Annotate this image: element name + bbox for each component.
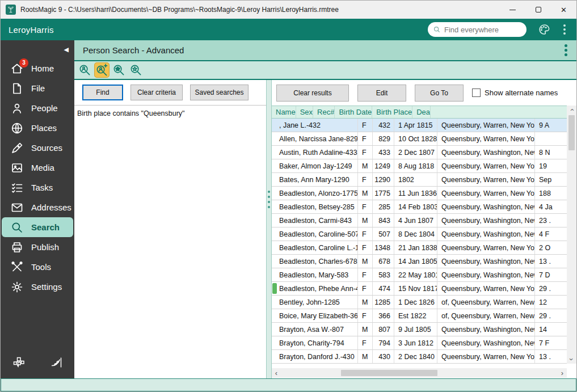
find-everywhere-input[interactable]: Find everywhere xyxy=(428,22,527,37)
sidebar-item-media[interactable]: Media xyxy=(2,158,73,178)
birth-place-cell: Queensbury, Washington, New York, xyxy=(437,323,535,336)
rec-cell: 1285 xyxy=(373,296,394,309)
result-row[interactable]: Brayton, Charity-794 F 794 3 Jun 1812 Qu… xyxy=(272,336,576,350)
close-button[interactable]: ✕ xyxy=(551,1,576,19)
publish-icon xyxy=(10,241,24,254)
birth-date-cell: 8 Aug 1818 xyxy=(394,159,437,172)
sidebar-item-label: Home xyxy=(31,64,54,73)
page-menu-kebab-icon[interactable] xyxy=(565,44,567,56)
column-header[interactable]: Sex xyxy=(296,106,313,118)
minimize-button[interactable] xyxy=(500,1,525,19)
rec-cell: 433 xyxy=(373,146,394,159)
rec-cell: 829 xyxy=(373,132,394,145)
sex-cell: F xyxy=(358,146,373,159)
saved-searches-button[interactable]: Saved searches xyxy=(190,85,249,100)
result-row[interactable]: , Jane L.-432 F 432 1 Apr 1815 Queensbur… xyxy=(272,119,576,132)
theme-palette-icon[interactable] xyxy=(537,22,551,37)
sidebar-item-places[interactable]: Places xyxy=(2,118,73,138)
everywhere-search-icon xyxy=(112,64,125,77)
sidebar: ◀ 3 Home File People Places xyxy=(1,40,74,378)
birth-date-cell: Est 1822 xyxy=(394,309,437,322)
birth-place-cell: Queensbury, Washington, New York, xyxy=(437,146,535,159)
clear-criteria-button[interactable]: Clear criteria xyxy=(130,85,183,100)
rec-cell: 1775 xyxy=(373,187,394,200)
page-header: Person Search - Advanced xyxy=(74,40,576,61)
name-cell: Beadleston, Caroline L.-1 xyxy=(279,244,358,252)
result-row[interactable]: Brayton, Danford J.-430 M 430 2 Dec 1840… xyxy=(272,350,576,364)
scroll-right-icon[interactable]: › xyxy=(558,369,567,377)
name-cell: , Jane L.-432 xyxy=(279,121,321,129)
sidebar-item-addresses[interactable]: Addresses xyxy=(2,197,73,217)
rec-cell: 285 xyxy=(373,200,394,213)
tasks-icon xyxy=(10,181,24,195)
panel-splitter[interactable] xyxy=(266,80,272,378)
result-row[interactable]: Bates, Ann Mary-1290 F 1290 1802 Queensb… xyxy=(272,173,576,187)
results-grid-rows: , Jane L.-432 F 432 1 Apr 1815 Queensbur… xyxy=(272,119,576,364)
vertical-scroll-thumb[interactable] xyxy=(568,115,575,150)
tree-view-icon[interactable] xyxy=(12,356,26,372)
name-cell: Brayton, Charity-794 xyxy=(279,339,344,347)
birth-place-cell: Queensbury, Warren, New York, Unite xyxy=(437,119,535,132)
horizontal-scrollbar[interactable]: ‹ › xyxy=(272,368,567,378)
search-mode-button[interactable] xyxy=(94,62,109,78)
column-header[interactable]: Birth Place xyxy=(372,106,412,118)
column-header[interactable]: Dea xyxy=(412,106,431,118)
result-row[interactable]: Brayton, Asa W.-807 M 807 9 Jul 1805 Que… xyxy=(272,323,576,336)
result-row[interactable]: Beadleston, Caroline L.-1 F 1348 21 Jan … xyxy=(272,241,576,255)
result-row[interactable]: Allen, Narcissa Jane-829 F 829 10 Oct 18… xyxy=(272,132,576,146)
sex-cell: M xyxy=(358,187,373,200)
result-row[interactable]: Beadleston, Betsey-285 F 285 14 Feb 1803… xyxy=(272,200,576,214)
sidebar-item-people[interactable]: People xyxy=(2,98,73,118)
column-header[interactable]: Birth Date xyxy=(335,106,372,118)
addresses-icon xyxy=(10,201,24,214)
sidebar-item-label: Search xyxy=(31,222,60,232)
result-row[interactable]: Baker, Almon Jay-1249 M 1249 8 Aug 1818 … xyxy=(272,159,576,173)
birth-date-cell: 14 Jan 1805 xyxy=(394,255,437,268)
sidebar-collapse-button[interactable]: ◀ xyxy=(64,47,69,53)
column-header[interactable]: Rec# xyxy=(313,106,335,118)
edit-button[interactable]: Edit xyxy=(357,85,406,102)
birth-date-cell: 8 Dec 1804 xyxy=(394,227,437,241)
clear-results-button[interactable]: Clear results xyxy=(276,85,349,102)
sidebar-item-publish[interactable]: Publish xyxy=(2,237,73,257)
result-row[interactable]: Austin, Ruth Adaline-433 F 433 2 Dec 180… xyxy=(272,146,576,159)
vertical-scrollbar[interactable]: › › xyxy=(567,106,576,364)
result-row[interactable]: Beadleston, Mary-583 F 583 22 May 1801 Q… xyxy=(272,268,576,282)
file-icon xyxy=(10,82,24,95)
rec-cell: 366 xyxy=(373,309,394,322)
find-button[interactable]: Find xyxy=(82,85,123,100)
sidebar-item-home[interactable]: 3 Home xyxy=(2,58,73,78)
result-row[interactable]: Beadleston, Caroline-507 F 507 8 Dec 180… xyxy=(272,227,576,241)
show-alternate-names-checkbox[interactable] xyxy=(472,88,481,97)
result-row[interactable]: Beadleston, Charles-678 M 678 14 Jan 180… xyxy=(272,255,576,268)
column-header[interactable]: Name xyxy=(272,106,296,118)
maximize-button[interactable] xyxy=(525,1,551,19)
result-row[interactable]: Beadleston, Carmi-843 M 843 4 Jun 1807 Q… xyxy=(272,214,576,227)
sex-cell: M xyxy=(358,296,373,309)
result-row[interactable]: Boice, Mary Elizabeth-36 F 366 Est 1822 … xyxy=(272,309,576,323)
sidebar-item-tasks[interactable]: Tasks xyxy=(2,178,73,197)
treeshare-branch-icon[interactable] xyxy=(49,356,63,372)
appbar-menu-kebab-icon[interactable] xyxy=(561,24,568,35)
search-criteria-text[interactable]: Birth place contains "Queensbury" xyxy=(74,106,266,121)
sidebar-item-search[interactable]: Search xyxy=(2,217,73,237)
sidebar-item-tools[interactable]: Tools xyxy=(2,257,73,277)
app-bar: LeroyHarris Find everywhere xyxy=(1,19,576,40)
horizontal-scroll-thumb[interactable] xyxy=(341,370,437,376)
search-mode-button[interactable] xyxy=(128,62,144,78)
search-mode-button[interactable] xyxy=(77,62,92,78)
search-mode-button[interactable] xyxy=(111,62,127,78)
scroll-up-icon[interactable]: › xyxy=(570,106,572,114)
scroll-left-icon[interactable]: ‹ xyxy=(272,369,281,377)
sidebar-item-file[interactable]: File xyxy=(2,78,73,98)
scroll-down-icon[interactable]: › xyxy=(570,355,572,364)
goto-button[interactable]: Go To xyxy=(415,85,464,102)
sidebar-item-label: Media xyxy=(31,163,54,172)
result-row[interactable]: Beadleston, Phebe Ann-4 F 474 15 Nov 181… xyxy=(272,282,576,296)
sidebar-item-label: Publish xyxy=(31,242,59,252)
show-alternate-names-option[interactable]: Show alternate names xyxy=(472,88,558,97)
result-row[interactable]: Bentley, John-1285 M 1285 1 Dec 1826 of,… xyxy=(272,296,576,309)
result-row[interactable]: Beadleston, Alonzo-1775 M 1775 11 Jun 18… xyxy=(272,187,576,200)
sidebar-item-settings[interactable]: Settings xyxy=(2,277,73,297)
sidebar-item-sources[interactable]: Sources xyxy=(2,138,73,158)
